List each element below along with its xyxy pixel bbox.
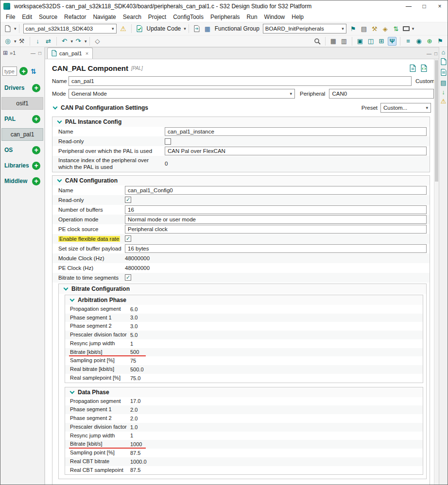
- menu-configtools[interactable]: ConfigTools: [170, 12, 207, 22]
- menu-search[interactable]: Search: [120, 12, 145, 22]
- number-of-buffers-input[interactable]: 16: [125, 205, 427, 214]
- table-view-icon[interactable]: ▥: [340, 37, 348, 46]
- operation-mode-input[interactable]: Normal mode or user mode: [125, 215, 427, 224]
- swap-icon[interactable]: ⇄: [44, 37, 53, 46]
- sidebar-item-drivers[interactable]: Drivers+: [1, 82, 43, 94]
- record-icon[interactable]: ◉: [414, 37, 423, 46]
- tools-icon[interactable]: ⚒: [370, 24, 379, 33]
- scrollbar-thumb[interactable]: [435, 60, 438, 182]
- pins-tool-icon[interactable]: ▣: [356, 37, 364, 46]
- menu-refactor[interactable]: Refactor: [61, 12, 89, 22]
- debug-dropdown-icon[interactable]: ▾: [14, 39, 17, 44]
- forward-icon[interactable]: ↷: [74, 37, 83, 46]
- sidebar-item-middlew[interactable]: Middlew+: [1, 175, 43, 187]
- minimize-button[interactable]: —: [401, 0, 416, 12]
- maximize-view-icon[interactable]: □: [38, 50, 41, 56]
- flag-icon[interactable]: ⚑: [349, 24, 358, 33]
- export-registers-icon[interactable]: [410, 65, 416, 72]
- validation-warning-icon[interactable]: ⚠: [119, 24, 128, 33]
- minimize-editor-icon[interactable]: —: [427, 51, 431, 56]
- functional-group-select[interactable]: BOARD_InitPeripherals ▾: [263, 24, 346, 33]
- config-tools-icon[interactable]: ◈: [381, 24, 390, 33]
- step-into-icon[interactable]: ↓: [34, 37, 42, 46]
- bitrate-configuration-header[interactable]: Bitrate Configuration: [59, 284, 426, 294]
- collapse-group-icon[interactable]: [70, 297, 75, 301]
- sidebar-item-osif1[interactable]: osif1: [1, 97, 43, 110]
- build-icon[interactable]: ⚒: [17, 37, 26, 46]
- menu-help[interactable]: Help: [288, 12, 307, 22]
- grid-view-icon[interactable]: ▦: [329, 37, 338, 46]
- minimize-view-icon[interactable]: —: [31, 50, 35, 56]
- sidebar-item-libraries[interactable]: Libraries+: [1, 159, 43, 172]
- enable-flexible-data-rate-checkbox[interactable]: ✓: [125, 235, 131, 242]
- project-selector[interactable]: can_pal_s32k118_SDK403 ▾: [23, 24, 117, 33]
- can-configuration-header[interactable]: CAN Configuration: [52, 176, 430, 185]
- add-os-button[interactable]: +: [32, 146, 40, 154]
- peripheral-input[interactable]: CAN0: [329, 89, 434, 99]
- add-tool-icon[interactable]: ⊕: [425, 37, 434, 46]
- new-file-dropdown-icon[interactable]: ▾: [14, 26, 17, 31]
- components-view-icon[interactable]: ⊞: [3, 50, 8, 56]
- name-input[interactable]: can_pal1_Config0: [125, 186, 427, 195]
- arbitration-phase-header[interactable]: Arbitration Phase: [65, 295, 423, 305]
- new-file-icon[interactable]: [3, 24, 12, 33]
- menu-navigate[interactable]: Navigate: [89, 12, 119, 22]
- toolbar-overflow-icon[interactable]: ▾: [412, 26, 414, 31]
- close-button[interactable]: ×: [432, 0, 448, 12]
- data-phase-header[interactable]: Data Phase: [65, 387, 423, 397]
- sidebar-item-can_pal1[interactable]: can_pal1: [1, 128, 43, 141]
- bitrate-to-time-segments-checkbox[interactable]: ✓: [125, 274, 131, 281]
- peripherals-tool-icon[interactable]: Ψ: [388, 37, 396, 46]
- menu-file[interactable]: File: [2, 12, 18, 22]
- menu-window[interactable]: Window: [261, 12, 289, 22]
- back-history-icon[interactable]: ▾: [71, 39, 73, 44]
- update-available-icon[interactable]: ↓: [442, 89, 445, 95]
- goto-source-icon[interactable]: [192, 24, 201, 33]
- dcd-tool-icon[interactable]: ⊞: [377, 37, 386, 46]
- view-code-icon[interactable]: [421, 65, 427, 72]
- component-filter-input[interactable]: [2, 67, 17, 76]
- menu-peripherals[interactable]: Peripherals: [207, 12, 243, 22]
- menu-edit[interactable]: Edit: [18, 12, 35, 22]
- mode-select[interactable]: General Mode ▾: [69, 89, 295, 99]
- menu-project[interactable]: Project: [145, 12, 170, 22]
- hidden-tabs-indicator[interactable]: »1: [10, 50, 16, 56]
- pe-clock-source-input[interactable]: Peripheral clock: [125, 225, 427, 234]
- flag-tool-icon[interactable]: ⚑: [436, 37, 445, 46]
- list-icon[interactable]: ▤: [360, 24, 368, 33]
- pal-instance-config-header[interactable]: PAL Instance Config: [52, 117, 430, 127]
- tab-can_pal1[interactable]: can_pal1 ×: [47, 48, 93, 59]
- maximize-button[interactable]: □: [416, 0, 432, 12]
- clocks-tool-icon[interactable]: ◫: [366, 37, 375, 46]
- import-export-icon[interactable]: ⇅: [392, 24, 400, 33]
- update-code-button[interactable]: Update Code: [147, 25, 181, 32]
- home-icon[interactable]: ⌂: [442, 49, 446, 55]
- sidebar-item-pal[interactable]: PAL+: [1, 113, 43, 125]
- registers-doc-icon[interactable]: [441, 58, 447, 66]
- menu-source[interactable]: Source: [35, 12, 61, 22]
- name-input[interactable]: can_pal1_instance: [165, 127, 427, 136]
- configuration-settings-section-header[interactable]: CAN Pal Configuration Settings Preset Cu…: [52, 102, 434, 114]
- add-libraries-button[interactable]: +: [32, 162, 40, 170]
- collapse-section-icon[interactable]: [53, 105, 58, 110]
- add-component-button[interactable]: +: [19, 67, 28, 75]
- add-drivers-button[interactable]: +: [32, 84, 40, 92]
- log-view-icon[interactable]: ▤: [440, 80, 446, 86]
- close-tab-icon[interactable]: ×: [86, 50, 88, 56]
- update-code-icon[interactable]: [135, 24, 144, 33]
- collapse-group-icon[interactable]: [64, 285, 69, 290]
- collapse-group-icon[interactable]: [70, 389, 75, 394]
- read-only-checkbox[interactable]: ✓: [125, 197, 131, 203]
- update-code-dropdown-icon[interactable]: ▾: [184, 26, 186, 31]
- maximize-editor-icon[interactable]: □: [434, 51, 437, 56]
- debug-target-icon[interactable]: ◎: [3, 37, 12, 46]
- set-size-of-buffer-payload-input[interactable]: 16 bytes: [125, 244, 427, 253]
- overview-icon[interactable]: ≡: [404, 37, 413, 46]
- read-only-checkbox[interactable]: [165, 138, 171, 145]
- forward-history-icon[interactable]: ▾: [85, 39, 87, 44]
- vertical-scrollbar[interactable]: [434, 59, 439, 485]
- menu-run[interactable]: Run: [243, 12, 261, 22]
- monitor-icon[interactable]: [403, 26, 410, 31]
- peripheral-over-which-the-pal-is-used-input[interactable]: CAN Pal over FlexCAN: [165, 147, 427, 155]
- add-middlew-button[interactable]: +: [32, 177, 40, 185]
